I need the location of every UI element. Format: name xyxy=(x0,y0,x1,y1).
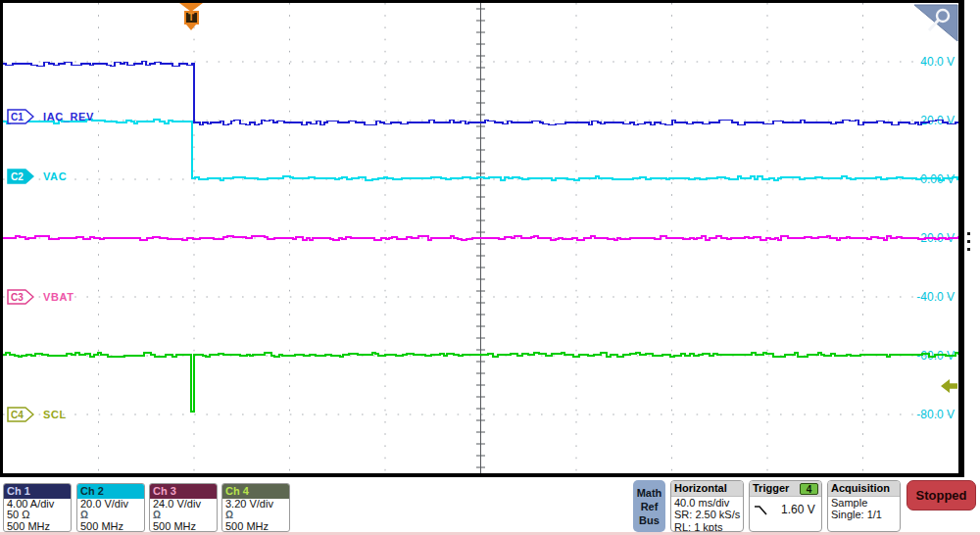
channel-3-scale: 24.0 V/div xyxy=(150,499,217,510)
channel-1-bandwidth: 500 MHz xyxy=(4,521,71,532)
horizontal-record-length: RL: 1 kpts xyxy=(671,521,743,532)
math-label: Math xyxy=(637,486,662,500)
channel-1-name: IAC_REV xyxy=(43,111,94,122)
channel-1-settings-badge[interactable]: Ch 1 4.00 A/div 50 Ω 500 MHz xyxy=(3,483,72,532)
acquisition-single-count: Single: 1/1 xyxy=(828,509,900,520)
channel-2-badge-icon: C2 xyxy=(7,169,34,184)
oscilloscope-screen: 40.0 V20.0 V0.00 V-20.0 V-40.0 V-60.0 V-… xyxy=(0,0,980,535)
svg-text:0.00 V: 0.00 V xyxy=(920,172,955,186)
termination-impedance-icon: Ω xyxy=(80,510,88,520)
trigger-marker-small-triangle-icon xyxy=(186,24,196,30)
termination-impedance-icon: Ω xyxy=(225,510,233,520)
channel-4-settings-badge[interactable]: Ch 4 3.20 V/div Ω 500 MHz xyxy=(221,483,290,532)
ref-label: Ref xyxy=(641,500,659,513)
channel-2-header: Ch 2 xyxy=(77,484,144,499)
channel-2-label[interactable]: C2 VAC xyxy=(7,169,67,184)
trigger-title: Trigger xyxy=(753,481,789,496)
horizontal-title: Horizontal xyxy=(674,481,727,496)
svg-text:-40.0 V: -40.0 V xyxy=(916,290,955,304)
trigger-level-value: 1.60 V xyxy=(781,503,815,516)
trigger-marker-t-badge: T xyxy=(184,11,199,24)
channel-3-badge-icon: C3 xyxy=(7,289,34,305)
acquisition-panel[interactable]: Acquisition Sample Single: 1/1 xyxy=(827,480,901,532)
horizontal-sample-rate: SR: 2.50 kS/s xyxy=(671,509,743,520)
falling-edge-icon xyxy=(754,505,768,515)
channel-3-settings-badge[interactable]: Ch 3 24.0 V/div Ω 500 MHz xyxy=(149,483,218,532)
channel-1-badge-icon: C1 xyxy=(7,109,34,124)
waveform-plot-area: 40.0 V20.0 V0.00 V-20.0 V-40.0 V-60.0 V-… xyxy=(3,3,958,473)
channel-4-badge-icon: C4 xyxy=(7,407,34,422)
svg-text:-80.0 V: -80.0 V xyxy=(916,408,955,421)
channel-2-bandwidth: 500 MHz xyxy=(77,521,144,532)
channel-3-bandwidth: 500 MHz xyxy=(150,521,217,532)
channel-3-header: Ch 3 xyxy=(150,484,217,499)
horizontal-timebase: 40.0 ms/div xyxy=(671,497,743,509)
zoom-corner-button[interactable] xyxy=(912,4,958,42)
waveform-graticule-and-traces: 40.0 V20.0 V0.00 V-20.0 V-40.0 V-60.0 V-… xyxy=(3,3,958,473)
math-ref-bus-button[interactable]: Math Ref Bus xyxy=(633,480,665,532)
termination-impedance-icon: Ω xyxy=(153,510,161,520)
horizontal-panel[interactable]: Horizontal 40.0 ms/div SR: 2.50 kS/s RL:… xyxy=(670,480,744,532)
waveform-display-frame: 40.0 V20.0 V0.00 V-20.0 V-40.0 V-60.0 V-… xyxy=(0,0,964,477)
channel-2-scale: 20.0 V/div xyxy=(77,499,144,510)
bus-label: Bus xyxy=(639,513,660,527)
channel-4-header: Ch 4 xyxy=(222,484,289,499)
channel-4-bandwidth: 500 MHz xyxy=(222,521,289,532)
acquisition-title: Acquisition xyxy=(831,481,890,496)
channel-4-label[interactable]: C4 SCL xyxy=(7,407,67,422)
trigger-source-badge: 4 xyxy=(800,483,818,495)
svg-text:C1: C1 xyxy=(11,112,24,122)
side-menu-handle-icon[interactable] xyxy=(967,232,972,256)
channel-1-impedance: 50 Ω xyxy=(4,510,71,520)
trigger-position-marker[interactable]: T xyxy=(178,3,204,30)
channel-3-label[interactable]: C3 VBAT xyxy=(7,289,74,305)
svg-text:C4: C4 xyxy=(11,410,24,420)
run-stop-status-button[interactable]: Stopped xyxy=(906,480,976,511)
channel-4-name: SCL xyxy=(43,409,67,420)
channel-1-header: Ch 1 xyxy=(4,484,71,499)
channel-2-settings-badge[interactable]: Ch 2 20.0 V/div Ω 500 MHz xyxy=(76,483,145,532)
channel-1-label[interactable]: C1 IAC_REV xyxy=(7,109,94,124)
trigger-panel[interactable]: Trigger 4 1.60 V xyxy=(749,480,822,532)
svg-text:C2: C2 xyxy=(11,171,24,182)
channel-3-name: VBAT xyxy=(43,291,74,303)
svg-text:40.0 V: 40.0 V xyxy=(920,55,955,69)
acquisition-mode: Sample xyxy=(828,497,900,509)
channel-4-scale: 3.20 V/div xyxy=(222,499,289,510)
svg-text:C3: C3 xyxy=(11,292,24,303)
channel-2-name: VAC xyxy=(43,170,67,182)
trigger-level-arrow-icon[interactable] xyxy=(941,379,958,393)
